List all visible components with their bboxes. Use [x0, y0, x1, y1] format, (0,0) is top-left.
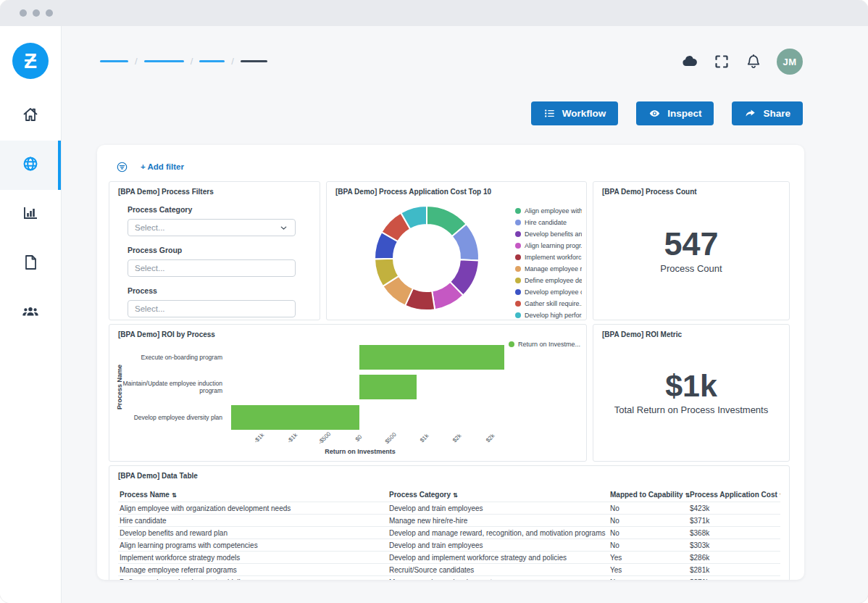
- process-select[interactable]: Select...: [128, 300, 296, 317]
- action-buttons: WorkflowInspectShare: [531, 101, 803, 125]
- table-row: Hire candidateManage new hire/re-hireNo$…: [118, 514, 780, 526]
- table-row: Align employee with organization develop…: [118, 502, 780, 514]
- breadcrumb-segment[interactable]: [144, 60, 184, 62]
- x-tick-label: $1k: [419, 433, 430, 444]
- window-titlebar: [0, 0, 868, 26]
- table-cell: No: [610, 504, 690, 512]
- roi-by-process-panel: [BPA Demo] ROI by Process Return on Inve…: [109, 324, 587, 462]
- column-header-sort[interactable]: Process Name⇅: [118, 491, 389, 499]
- table-cell: No: [610, 541, 690, 549]
- legend-item[interactable]: Manage employee r...: [515, 263, 582, 275]
- legend-label: Hire candidate: [525, 219, 567, 226]
- fullscreen-icon[interactable]: [713, 53, 730, 70]
- bell-icon[interactable]: [745, 53, 762, 70]
- legend-label: Develop employee c...: [525, 288, 582, 296]
- table-cell: Develop and implement workforce strategy…: [389, 554, 610, 562]
- breadcrumb-separator: /: [135, 56, 138, 67]
- chevron-down-icon: [279, 223, 288, 233]
- panel-title: [BPA Demo] Process Filters: [118, 188, 311, 196]
- window-dot: [33, 9, 40, 17]
- legend-item[interactable]: Gather skill require...: [515, 298, 582, 309]
- column-header-sort[interactable]: Process Category⇅: [389, 491, 610, 499]
- sort-icon: ⇅: [453, 492, 458, 499]
- process-filters-panel: [BPA Demo] Process Filters Process Categ…: [109, 181, 320, 320]
- breadcrumb-segment[interactable]: [100, 60, 128, 62]
- share-button[interactable]: Share: [732, 101, 803, 125]
- app-logo: Ƶ: [12, 43, 49, 79]
- legend-dot: [509, 341, 514, 347]
- bar-chart-icon: [22, 204, 39, 225]
- table-row: Define employee development guidelinesMa…: [118, 575, 780, 580]
- sidebar-item-home[interactable]: [0, 91, 61, 141]
- legend-item[interactable]: Develop employee c...: [515, 286, 582, 298]
- inspect-button[interactable]: Inspect: [636, 101, 714, 125]
- legend-item[interactable]: Hire candidate: [515, 217, 582, 228]
- window-dot: [46, 9, 53, 17]
- field-label: Process Category: [128, 205, 296, 214]
- table-row: Implement workforce strategy modelsDevel…: [118, 551, 780, 563]
- roi-bar: [359, 345, 504, 370]
- list-icon: [543, 107, 556, 120]
- legend-dot: [515, 312, 521, 318]
- sidebar-item-reports[interactable]: [0, 190, 61, 239]
- users-icon: [22, 303, 39, 323]
- legend-label: Define employee de...: [525, 277, 582, 284]
- donut-legend: Align employee with...Hire candidateDeve…: [515, 205, 582, 320]
- legend-label: Align learning progr...: [525, 242, 582, 249]
- add-filter-link[interactable]: + Add filter: [141, 162, 184, 171]
- field-label: Process: [128, 286, 296, 295]
- workflow-button[interactable]: Workflow: [531, 101, 619, 125]
- legend-label: Manage employee r...: [525, 265, 582, 273]
- column-header-sort[interactable]: Mapped to Capability⇅: [610, 491, 690, 499]
- x-axis-title: Return on Investments: [325, 448, 396, 455]
- data-table-panel: [BPA Demo] Data Table Process Name⇅Proce…: [109, 465, 790, 580]
- document-icon: [22, 254, 39, 274]
- app-cost-donut-panel: [BPA Demo] Process Application Cost Top …: [326, 181, 587, 320]
- sidebar: Ƶ: [0, 26, 62, 603]
- table-cell: $281k: [690, 566, 780, 574]
- column-header-sort[interactable]: Process Application Cost⇅: [690, 491, 780, 499]
- filter-icon[interactable]: [116, 161, 128, 173]
- avatar[interactable]: JM: [777, 49, 803, 75]
- legend-dot: [515, 220, 521, 225]
- share-icon: [744, 107, 756, 120]
- legend-item[interactable]: Implement workforc...: [515, 251, 582, 263]
- legend-item[interactable]: Define employee de...: [515, 275, 582, 286]
- table-cell: Define employee development guidelines: [118, 578, 389, 581]
- panel-title: [BPA Demo] Process Application Cost Top …: [335, 188, 577, 196]
- legend-label: Develop benefits an...: [525, 230, 582, 238]
- globe-icon: [22, 155, 39, 175]
- table-cell: $286k: [690, 554, 780, 562]
- panel-title: [BPA Demo] Data Table: [118, 472, 780, 480]
- legend-dot: [515, 231, 521, 237]
- cloud-icon[interactable]: [681, 53, 698, 70]
- sort-icon: ⇅: [172, 492, 177, 499]
- dashboard-card: + Add filter [BPA Demo] Process Filters …: [97, 145, 804, 580]
- sidebar-item-processes[interactable]: [0, 141, 61, 190]
- table-cell: Develop and train employees: [389, 504, 610, 512]
- table-cell: Manage employee development: [389, 578, 610, 581]
- breadcrumb-separator: /: [231, 56, 234, 67]
- table-cell: $371k: [690, 517, 780, 525]
- legend-item[interactable]: Align employee with...: [515, 205, 582, 217]
- breadcrumb-segment[interactable]: [199, 60, 225, 62]
- filter-fields: Process CategorySelect...Process GroupSe…: [118, 205, 311, 317]
- home-icon: [22, 106, 39, 126]
- roi-legend[interactable]: Return on Investme...: [509, 341, 580, 348]
- table-cell: Implement workforce strategy models: [118, 554, 389, 562]
- sidebar-item-users[interactable]: [0, 288, 61, 338]
- sidebar-item-documents[interactable]: [0, 239, 61, 288]
- legend-item[interactable]: Develop benefits an...: [515, 228, 582, 240]
- process-category-select[interactable]: Select...: [128, 219, 296, 236]
- sidebar-nav: [0, 91, 61, 338]
- legend-item[interactable]: Align learning progr...: [515, 240, 582, 251]
- browser-window: Ƶ /// JM WorkflowInspectShare + Add filt…: [0, 0, 868, 603]
- breadcrumb-segment[interactable]: [241, 60, 267, 62]
- process-count-panel: [BPA Demo] Process Count 547 Process Cou…: [593, 181, 790, 320]
- legend-dot: [515, 266, 521, 272]
- panel-grid: [BPA Demo] Process Filters Process Categ…: [97, 181, 804, 580]
- table-cell: $303k: [690, 541, 780, 549]
- process-group-select[interactable]: Select...: [128, 259, 296, 277]
- legend-item[interactable]: Develop high perfor...: [515, 309, 582, 320]
- topbar-icons: JM: [681, 49, 803, 75]
